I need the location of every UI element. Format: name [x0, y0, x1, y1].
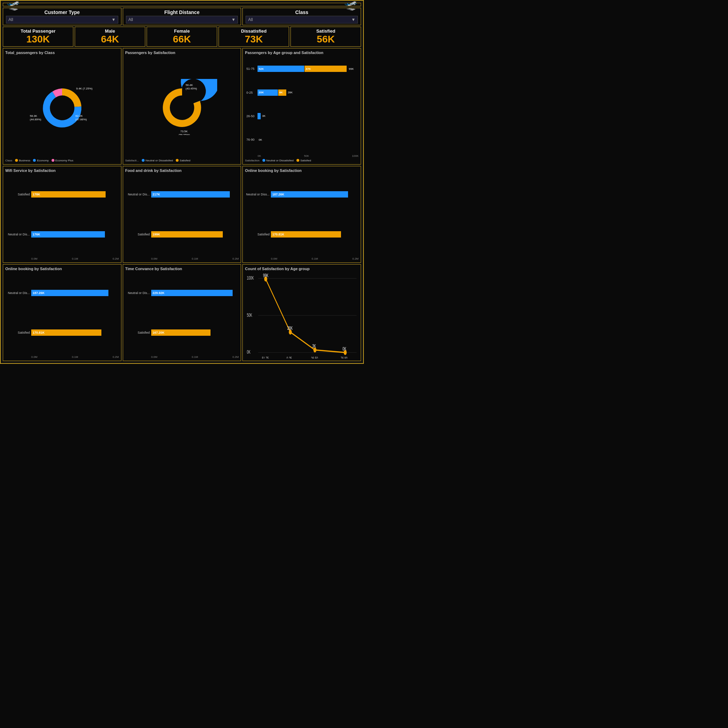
ob2-bar-neutral: Neutral or Dis... 187.26K — [5, 290, 119, 296]
chart-line-age: Count of Satisfaction by Age group 100K … — [242, 264, 361, 361]
chart-age-group: Passengers by Age group and Satisfaction… — [242, 48, 361, 165]
ob1-bar-neutral: Neutral or Diss... 187.26K — [245, 191, 359, 197]
legend-satisfaction: Satisfacti... Neutral or Dissatisfied Sa… — [125, 159, 239, 162]
chart-class-title: Total_passengers by Class — [5, 50, 119, 55]
filter-flight-distance: Flight Distance All ▼ — [123, 8, 242, 25]
svg-text:(56.55%): (56.55%) — [179, 133, 190, 135]
svg-text:76-90: 76-90 — [341, 356, 348, 359]
dashboard: 🛫 🛫 Customer Type All ▼ Flight Distance … — [0, 0, 364, 364]
svg-text:28K: 28K — [288, 325, 293, 330]
age-row-51-75: 51-75 52K 47K 99K — [246, 66, 359, 72]
chart-class: Total_passengers by Class — [3, 48, 121, 165]
legend-economy: Economy — [37, 159, 48, 162]
age-row-26-50: 26-50 3K — [246, 113, 359, 119]
header: 🛫 🛫 — [3, 3, 361, 6]
chart-online-booking-2: Online booking by Satisfaction Neutral o… — [3, 264, 121, 361]
kpi-dissatisfied: Dissatisfied 73K — [219, 27, 289, 47]
legend-neutral: Neutral or Dissatisfied — [145, 159, 173, 162]
legend-business: Business — [19, 159, 30, 162]
age-row-76-90: 76-90 0K — [246, 136, 359, 143]
charts-row-3: Online booking by Satisfaction Neutral o… — [3, 264, 361, 361]
kpi-female: Female 66K — [147, 27, 217, 47]
kpi-male: Male 64K — [75, 27, 145, 47]
chart-time-convance: Time Convance by Satisfaction Neutral or… — [123, 264, 242, 361]
legend-economy-plus: Economy Plus — [55, 159, 73, 162]
plane-icon-left: 🛫 — [7, 0, 20, 11]
svg-text:0-25: 0-25 — [287, 356, 292, 359]
svg-text:0K: 0K — [343, 346, 347, 352]
age-bar-area: 51-75 52K 47K 99K 0-25 20K 8K 28K — [245, 56, 359, 154]
wifi-bar-neutral: Neutral or Dis... 176K — [5, 231, 119, 237]
plane-icon-right: 🛫 — [344, 0, 357, 11]
svg-text:51-75: 51-75 — [262, 356, 269, 359]
legend-satisfaction-label: Satisfacti... — [125, 159, 139, 162]
svg-text:58.3K: 58.3K — [30, 115, 38, 118]
svg-text:100K: 100K — [247, 275, 254, 281]
filters-row: Customer Type All ▼ Flight Distance All … — [3, 8, 361, 25]
legend-class: Class Business Economy Economy Plus — [5, 159, 119, 162]
donut-satisfaction: 56.4K (43.45%) 73.5K (56.55%) — [125, 56, 239, 158]
tc-bar-neutral: Neutral or Dis... 229.92K — [125, 290, 239, 296]
tc-bar-satisfied: Satisfied 167.20K — [125, 329, 239, 336]
chart-food: Food and drink by Satisfaction Neutral o… — [123, 166, 242, 263]
filter-customer-type: Customer Type All ▼ — [3, 8, 121, 25]
svg-text:0K: 0K — [247, 349, 251, 355]
chart-satisfaction: Passengers by Satisfaction 56.4K (43.4 — [123, 48, 242, 165]
food-bar-satisfied: Satisfied 199K — [125, 231, 239, 237]
chart-age-title: Passengers by Age group and Satisfaction — [245, 50, 359, 55]
svg-text:99K: 99K — [263, 272, 269, 278]
food-bar-neutral: Neutral or Dis... 217K — [125, 191, 239, 197]
svg-text:(44.89%): (44.89%) — [30, 118, 41, 121]
svg-text:62.2K: 62.2K — [75, 115, 83, 118]
chart-wifi: Wifi Service by Satisfaction Satisfied 1… — [3, 166, 121, 263]
filter-class: Class All ▼ — [242, 8, 361, 25]
svg-text:(47.86%): (47.86%) — [75, 118, 87, 121]
ob1-bar-satisfied: Satisfied 170.81K — [245, 231, 359, 237]
donut-class: 9.4K (7.25%) 58.3K (44.89%) 62.2K (47.86… — [5, 56, 119, 158]
legend-label: Class — [5, 159, 12, 162]
legend-age: Satisfaction Neutral or Dissatisfied Sat… — [245, 159, 359, 162]
kpi-row: Total Passenger 130K Male 64K Female 66K… — [3, 27, 361, 47]
chart-online-booking-1: Online booking by Satisfaction Neutral o… — [242, 166, 361, 263]
svg-text:9.4K (7.25%): 9.4K (7.25%) — [76, 87, 93, 90]
svg-text:(43.45%): (43.45%) — [186, 87, 197, 90]
svg-text:73.5K: 73.5K — [180, 130, 188, 133]
charts-row-1: Total_passengers by Class — [3, 48, 361, 165]
charts-row-2: Wifi Service by Satisfaction Satisfied 1… — [3, 166, 361, 263]
chart-satisfaction-title: Passengers by Satisfaction — [125, 50, 239, 55]
wifi-bar-satisfied: Satisfied 178K — [5, 191, 119, 197]
kpi-total-passenger: Total Passenger 130K — [3, 27, 73, 47]
legend-satisfied: Satisfied — [180, 159, 191, 162]
svg-text:56.4K: 56.4K — [186, 84, 193, 87]
age-row-0-25: 0-25 20K 8K 28K — [246, 89, 359, 96]
svg-text:50K: 50K — [247, 312, 252, 318]
ob2-bar-satisfied: Satisfied 170.81K — [5, 329, 119, 336]
line-area: 100K 50K 0K — [245, 272, 359, 359]
svg-text:26-50: 26-50 — [311, 356, 318, 359]
kpi-satisfied: Satisfied 56K — [291, 27, 361, 47]
svg-text:3K: 3K — [312, 343, 316, 349]
